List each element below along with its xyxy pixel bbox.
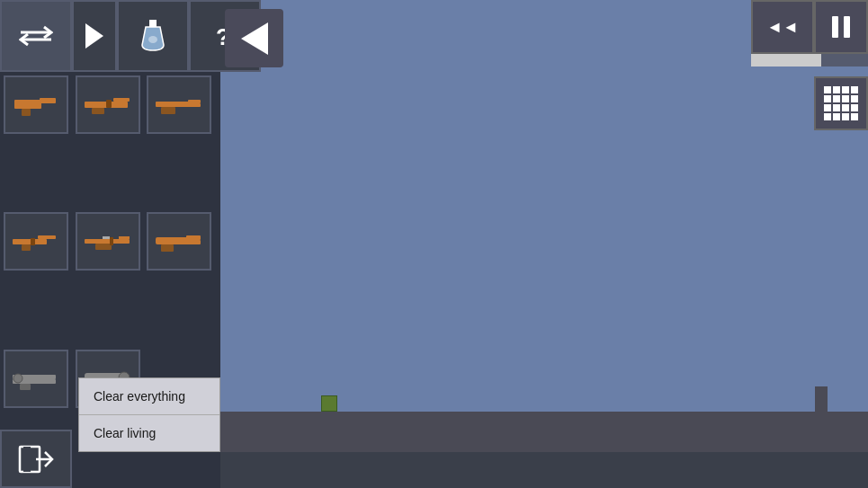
svg-rect-27 <box>161 244 174 252</box>
potion-button[interactable] <box>117 0 189 72</box>
svg-rect-8 <box>113 98 130 102</box>
svg-rect-30 <box>20 384 31 390</box>
clear-living-button[interactable]: Clear living <box>79 415 219 451</box>
weapon-cell-sniper[interactable] <box>76 212 140 271</box>
svg-point-2 <box>148 36 157 43</box>
exit-button[interactable] <box>0 430 72 488</box>
svg-rect-39 <box>23 447 31 472</box>
svg-rect-26 <box>186 240 201 244</box>
svg-rect-9 <box>92 108 104 114</box>
svg-rect-25 <box>186 235 201 240</box>
weapon-cell-minigun[interactable] <box>4 350 68 408</box>
svg-rect-5 <box>40 98 56 103</box>
pause-icon <box>830 14 852 40</box>
rewind-icon: ◄◄ <box>766 18 799 37</box>
progress-bar-container <box>751 54 868 67</box>
svg-rect-22 <box>110 237 113 245</box>
weapon-cell-smg[interactable] <box>4 212 68 271</box>
svg-rect-4 <box>14 100 41 109</box>
svg-rect-16 <box>38 235 56 239</box>
character-sprite-2 <box>815 386 828 412</box>
svg-marker-0 <box>85 23 103 49</box>
rewind-button[interactable]: ◄◄ <box>751 0 814 54</box>
ground <box>220 412 868 452</box>
progress-bar <box>751 54 821 67</box>
swap-button[interactable] <box>0 0 72 72</box>
svg-rect-18 <box>31 238 35 245</box>
svg-marker-35 <box>241 22 268 55</box>
grid-icon <box>824 86 858 120</box>
svg-rect-13 <box>188 103 201 107</box>
top-controls: ◄◄ <box>751 0 868 54</box>
svg-rect-15 <box>13 239 47 244</box>
svg-point-31 <box>13 374 22 383</box>
svg-rect-23 <box>103 236 110 239</box>
exit-icon <box>18 443 54 475</box>
svg-rect-6 <box>22 109 31 116</box>
grid-toggle-button[interactable] <box>814 76 868 130</box>
svg-rect-17 <box>22 244 31 251</box>
weapon-cell-shotgun[interactable] <box>147 75 211 134</box>
svg-rect-10 <box>106 100 112 108</box>
svg-rect-14 <box>161 107 175 114</box>
back-button[interactable] <box>225 9 283 67</box>
svg-rect-1 <box>149 20 157 27</box>
character-sprite <box>321 395 337 412</box>
svg-rect-36 <box>832 16 838 38</box>
svg-rect-12 <box>188 100 201 103</box>
item-button[interactable] <box>72 0 117 72</box>
toolbar: ? <box>0 0 220 72</box>
weapon-cell-rifle[interactable] <box>76 75 140 134</box>
svg-rect-20 <box>119 236 130 239</box>
pause-button[interactable] <box>814 0 868 54</box>
weapon-cell-pistol[interactable] <box>4 75 68 134</box>
svg-rect-37 <box>844 16 850 38</box>
weapon-cell-heavy[interactable] <box>147 212 211 271</box>
context-menu: Clear everything Clear living <box>78 377 220 452</box>
svg-rect-21 <box>95 244 112 250</box>
svg-rect-19 <box>85 239 130 244</box>
clear-everything-button[interactable]: Clear everything <box>79 378 219 415</box>
game-area <box>220 0 868 452</box>
